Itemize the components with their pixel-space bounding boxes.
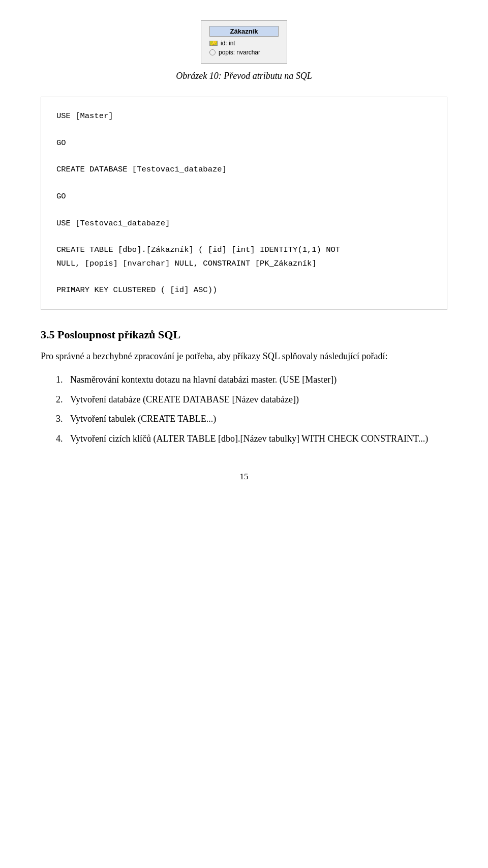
key-icon: 🔑 — [209, 41, 218, 46]
list-item: 1. Nasměrování kontextu dotazu na hlavní… — [56, 372, 447, 387]
list-text-2: Vytvoření databáze (CREATE DATABASE [Náz… — [70, 392, 447, 407]
figure-caption: Obrázek 10: Převod atributu na SQL — [176, 71, 312, 81]
list-item: 4. Vytvoření cizích klíčů (ALTER TABLE [… — [56, 431, 447, 446]
list-number-4: 4. — [56, 431, 70, 446]
diagram-row-1: 🔑 id: int — [209, 40, 279, 47]
list-text-1: Nasměrování kontextu dotazu na hlavní da… — [70, 372, 447, 387]
numbered-list: 1. Nasměrování kontextu dotazu na hlavní… — [56, 372, 447, 446]
page-number: 15 — [41, 472, 447, 482]
diagram-id-label: id: int — [221, 40, 235, 47]
list-item: 3. Vytvoření tabulek (CREATE TABLE...) — [56, 412, 447, 426]
diagram-row-2: popis: nvarchar — [209, 49, 279, 56]
code-block: USE [Master] GO CREATE DATABASE [Testova… — [41, 97, 447, 310]
list-text-4: Vytvoření cizích klíčů (ALTER TABLE [dbo… — [70, 431, 447, 446]
list-number-3: 3. — [56, 412, 70, 426]
diagram-popis-label: popis: nvarchar — [219, 49, 260, 56]
list-number-2: 2. — [56, 392, 70, 407]
diagram-title: Zákazník — [209, 26, 279, 37]
list-item: 2. Vytvoření databáze (CREATE DATABASE [… — [56, 392, 447, 407]
section-intro: Pro správné a bezchybné zpracování je po… — [41, 350, 447, 363]
list-text-3: Vytvoření tabulek (CREATE TABLE...) — [70, 412, 447, 426]
list-number-1: 1. — [56, 372, 70, 387]
circle-icon — [209, 49, 216, 55]
figure-container: Zákazník 🔑 id: int popis: nvarchar Obráz… — [41, 20, 447, 81]
section-heading: 3.5 Posloupnost příkazů SQL — [41, 328, 447, 341]
diagram-box: Zákazník 🔑 id: int popis: nvarchar — [201, 20, 287, 64]
